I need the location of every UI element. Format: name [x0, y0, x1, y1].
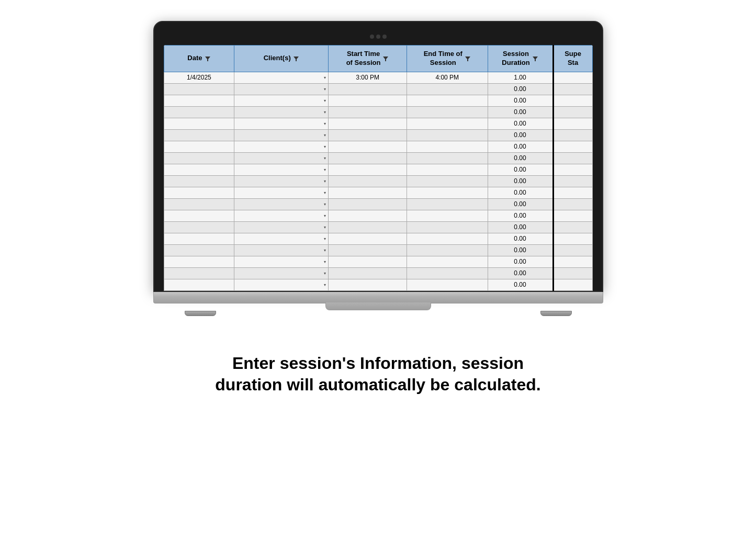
cell-end-12[interactable] — [407, 210, 488, 221]
cell-client-5[interactable]: ▾ — [234, 129, 329, 141]
cell-date-17[interactable] — [164, 267, 234, 279]
cell-start-3[interactable] — [329, 106, 407, 118]
cell-client-10[interactable]: ▾ — [234, 187, 329, 198]
cell-date-14[interactable] — [164, 233, 234, 244]
cell-client-1[interactable]: ▾ — [234, 83, 329, 95]
col-header-super-sta[interactable]: SupeSta — [553, 46, 592, 72]
cell-date-0[interactable]: 1/4/2025 — [164, 72, 234, 83]
cell-date-9[interactable] — [164, 175, 234, 187]
cell-client-14[interactable]: ▾ — [234, 233, 329, 244]
cell-end-14[interactable] — [407, 233, 488, 244]
cell-start-12[interactable] — [329, 210, 407, 221]
cell-date-3[interactable] — [164, 106, 234, 118]
cell-end-3[interactable] — [407, 106, 488, 118]
cell-end-2[interactable] — [407, 95, 488, 106]
cell-start-9[interactable] — [329, 175, 407, 187]
dropdown-arrow-icon[interactable]: ▾ — [324, 248, 326, 253]
cell-end-0[interactable]: 4:00 PM — [407, 72, 488, 83]
cell-start-14[interactable] — [329, 233, 407, 244]
cell-date-8[interactable] — [164, 164, 234, 175]
cell-end-18[interactable] — [407, 279, 488, 290]
cell-client-17[interactable]: ▾ — [234, 267, 329, 279]
cell-start-11[interactable] — [329, 198, 407, 210]
cell-client-9[interactable]: ▾ — [234, 175, 329, 187]
cell-date-7[interactable] — [164, 152, 234, 164]
cell-end-10[interactable] — [407, 187, 488, 198]
dropdown-arrow-icon[interactable]: ▾ — [324, 98, 326, 103]
cell-client-12[interactable]: ▾ — [234, 210, 329, 221]
cell-client-7[interactable]: ▾ — [234, 152, 329, 164]
cell-end-5[interactable] — [407, 129, 488, 141]
col-header-date[interactable]: Date — [164, 46, 234, 72]
cell-date-15[interactable] — [164, 244, 234, 256]
dropdown-arrow-icon[interactable]: ▾ — [324, 283, 326, 287]
cell-client-11[interactable]: ▾ — [234, 198, 329, 210]
date-filter-icon[interactable] — [205, 55, 211, 62]
cell-date-18[interactable] — [164, 279, 234, 290]
dropdown-arrow-icon[interactable]: ▾ — [324, 271, 326, 276]
dropdown-arrow-icon[interactable]: ▾ — [324, 237, 326, 241]
cell-start-6[interactable] — [329, 141, 407, 152]
dropdown-arrow-icon[interactable]: ▾ — [324, 110, 326, 115]
dropdown-arrow-icon[interactable]: ▾ — [324, 213, 326, 218]
cell-end-15[interactable] — [407, 244, 488, 256]
cell-client-2[interactable]: ▾ — [234, 95, 329, 106]
cell-date-2[interactable] — [164, 95, 234, 106]
start-time-filter-icon[interactable] — [382, 55, 389, 62]
cell-end-11[interactable] — [407, 198, 488, 210]
cell-start-1[interactable] — [329, 83, 407, 95]
dropdown-arrow-icon[interactable]: ▾ — [324, 260, 326, 264]
cell-client-6[interactable]: ▾ — [234, 141, 329, 152]
cell-end-7[interactable] — [407, 152, 488, 164]
cell-start-8[interactable] — [329, 164, 407, 175]
cell-end-17[interactable] — [407, 267, 488, 279]
cell-date-5[interactable] — [164, 129, 234, 141]
dropdown-arrow-icon[interactable]: ▾ — [324, 225, 326, 230]
dropdown-arrow-icon[interactable]: ▾ — [324, 144, 326, 149]
cell-end-8[interactable] — [407, 164, 488, 175]
cell-start-5[interactable] — [329, 129, 407, 141]
cell-start-0[interactable]: 3:00 PM — [329, 72, 407, 83]
cell-start-17[interactable] — [329, 267, 407, 279]
dropdown-arrow-icon[interactable]: ▾ — [324, 202, 326, 207]
cell-date-11[interactable] — [164, 198, 234, 210]
cell-date-10[interactable] — [164, 187, 234, 198]
dropdown-arrow-icon[interactable]: ▾ — [324, 133, 326, 138]
cell-client-13[interactable]: ▾ — [234, 221, 329, 233]
dropdown-arrow-icon[interactable]: ▾ — [324, 190, 326, 195]
cell-date-4[interactable] — [164, 118, 234, 129]
cell-start-2[interactable] — [329, 95, 407, 106]
col-header-duration[interactable]: SessionDuration — [488, 46, 553, 72]
cell-start-16[interactable] — [329, 256, 407, 267]
cell-end-4[interactable] — [407, 118, 488, 129]
cell-end-13[interactable] — [407, 221, 488, 233]
cell-end-6[interactable] — [407, 141, 488, 152]
clients-filter-icon[interactable] — [293, 55, 299, 62]
col-header-end-time[interactable]: End Time ofSession — [407, 46, 488, 72]
dropdown-arrow-icon[interactable]: ▾ — [324, 167, 326, 172]
cell-end-9[interactable] — [407, 175, 488, 187]
cell-client-16[interactable]: ▾ — [234, 256, 329, 267]
dropdown-arrow-icon[interactable]: ▾ — [324, 121, 326, 126]
cell-date-12[interactable] — [164, 210, 234, 221]
cell-date-1[interactable] — [164, 83, 234, 95]
cell-date-16[interactable] — [164, 256, 234, 267]
col-header-clients[interactable]: Client(s) — [234, 46, 329, 72]
cell-client-15[interactable]: ▾ — [234, 244, 329, 256]
dropdown-arrow-icon[interactable]: ▾ — [324, 179, 326, 184]
cell-start-18[interactable] — [329, 279, 407, 290]
dropdown-arrow-icon[interactable]: ▾ — [324, 87, 326, 92]
col-header-start-time[interactable]: Start Timeof Session — [329, 46, 407, 72]
end-time-filter-icon[interactable] — [465, 55, 471, 62]
cell-date-6[interactable] — [164, 141, 234, 152]
cell-client-3[interactable]: ▾ — [234, 106, 329, 118]
cell-client-4[interactable]: ▾ — [234, 118, 329, 129]
duration-filter-icon[interactable] — [532, 55, 538, 62]
cell-start-13[interactable] — [329, 221, 407, 233]
cell-start-10[interactable] — [329, 187, 407, 198]
cell-start-4[interactable] — [329, 118, 407, 129]
cell-client-18[interactable]: ▾ — [234, 279, 329, 290]
cell-client-0[interactable]: ▾ — [234, 72, 329, 83]
dropdown-arrow-icon[interactable]: ▾ — [324, 75, 326, 80]
cell-start-7[interactable] — [329, 152, 407, 164]
